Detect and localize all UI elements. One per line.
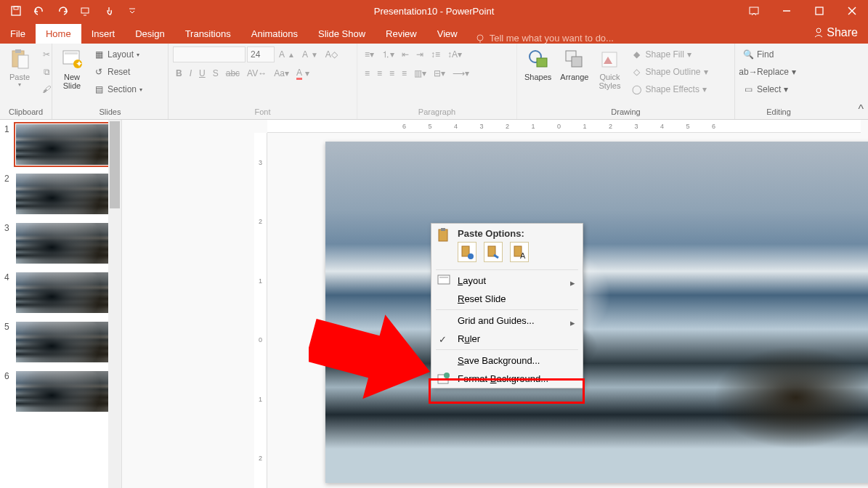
- decrease-indent-button[interactable]: ⇤: [399, 46, 412, 62]
- svg-point-9: [477, 35, 483, 41]
- tab-home[interactable]: Home: [36, 24, 81, 44]
- text-direction-button[interactable]: ↕A▾: [445, 46, 465, 62]
- font-color-button[interactable]: A▾: [293, 65, 312, 81]
- paste-text-only[interactable]: A: [510, 242, 529, 262]
- touch-mode-button[interactable]: [99, 1, 119, 21]
- change-case-button[interactable]: Aa▾: [271, 65, 292, 81]
- strikethrough-button[interactable]: abc: [223, 65, 243, 81]
- paste-keep-source-formatting[interactable]: [484, 242, 503, 262]
- close-button[interactable]: [835, 0, 868, 22]
- shape-outline-button[interactable]: ◇Shape Outline ▾: [628, 64, 710, 80]
- minimize-button[interactable]: [770, 0, 803, 22]
- redo-button[interactable]: [52, 1, 73, 21]
- clear-formatting-button[interactable]: A◇: [323, 46, 341, 62]
- increase-indent-button[interactable]: ⇥: [413, 46, 426, 62]
- svg-rect-27: [462, 246, 469, 256]
- font-name-combo[interactable]: [173, 46, 246, 62]
- svg-rect-16: [65, 52, 78, 54]
- lightbulb-icon: [475, 33, 485, 44]
- quick-styles-button[interactable]: Quick Styles: [594, 46, 625, 107]
- font-size-combo[interactable]: 24: [247, 46, 275, 62]
- ribbon-display-options-button[interactable]: [737, 0, 770, 22]
- new-slide-button[interactable]: ✦ New Slide: [57, 46, 87, 107]
- thumbnail-slide-5[interactable]: 5: [0, 317, 121, 367]
- thumbnails-scrollbar[interactable]: [108, 120, 121, 488]
- slide-thumbnails-panel: 1 2 3 4 5 6: [0, 120, 122, 488]
- thumbnail-slide-1[interactable]: 1: [0, 120, 121, 169]
- paste-use-destination-theme[interactable]: [458, 242, 476, 262]
- new-slide-icon: ✦: [60, 48, 84, 71]
- checkmark-icon: ✓: [439, 334, 447, 345]
- menu-layout[interactable]: Layout ▸: [431, 272, 583, 290]
- tab-file[interactable]: File: [0, 24, 36, 44]
- smartart-button[interactable]: ⟶▾: [450, 65, 472, 81]
- menu-grid-guides[interactable]: Grid and Guides... ▸: [431, 312, 583, 330]
- replace-button[interactable]: ab→Replace ▾: [739, 64, 799, 80]
- align-center-button[interactable]: ≡: [374, 65, 385, 81]
- shape-effects-button[interactable]: ◯Shape Effects ▾: [628, 81, 710, 97]
- italic-button[interactable]: I: [187, 65, 195, 81]
- menu-format-background[interactable]: Format Background...: [431, 370, 583, 388]
- tab-transitions[interactable]: Transitions: [175, 24, 241, 44]
- layout-button[interactable]: ▦Layout ▾: [90, 46, 145, 62]
- clipboard-icon: [8, 48, 31, 71]
- shapes-button[interactable]: Shapes: [522, 46, 554, 107]
- line-spacing-button[interactable]: ↕≡: [428, 46, 443, 62]
- svg-point-28: [468, 253, 474, 259]
- maximize-button[interactable]: [803, 0, 835, 22]
- save-button[interactable]: [6, 1, 26, 21]
- start-from-beginning-button[interactable]: [76, 1, 96, 21]
- paste-button[interactable]: Paste ▾: [4, 46, 35, 107]
- tab-animations[interactable]: Animations: [241, 24, 308, 44]
- align-right-button[interactable]: ≡: [386, 65, 397, 81]
- group-drawing: Shapes Arrange Quick Styles ◆Shape Fill …: [517, 44, 735, 119]
- columns-button[interactable]: ▥▾: [411, 65, 429, 81]
- menu-separator: [436, 349, 578, 350]
- align-text-button[interactable]: ⊟▾: [431, 65, 448, 81]
- bullets-button[interactable]: ≡▾: [362, 46, 377, 62]
- scrollbar-handle[interactable]: [110, 121, 120, 208]
- tab-view[interactable]: View: [427, 24, 468, 44]
- reset-button[interactable]: ↺Reset: [90, 64, 145, 80]
- shadow-button[interactable]: S: [210, 65, 222, 81]
- svg-point-11: [816, 28, 821, 33]
- menu-reset-slide[interactable]: Reset Slide: [431, 290, 583, 308]
- thumbnail-slide-2[interactable]: 2: [0, 169, 121, 219]
- section-button[interactable]: ▤Section ▾: [90, 81, 145, 97]
- person-icon: [814, 28, 824, 38]
- increase-font-button[interactable]: A▲: [276, 46, 298, 62]
- annotation-arrow: [309, 312, 432, 407]
- tab-insert[interactable]: Insert: [81, 24, 126, 44]
- numbering-button[interactable]: ⒈▾: [378, 46, 397, 62]
- share-button[interactable]: Share: [803, 22, 868, 44]
- svg-rect-14: [18, 55, 28, 68]
- shape-fill-button[interactable]: ◆Shape Fill ▾: [628, 46, 710, 62]
- char-spacing-button[interactable]: AV↔: [244, 65, 269, 81]
- tab-review[interactable]: Review: [376, 24, 427, 44]
- thumbnail-slide-3[interactable]: 3: [0, 219, 121, 268]
- justify-button[interactable]: ≡: [399, 65, 410, 81]
- undo-button[interactable]: [29, 1, 49, 21]
- tell-me-search[interactable]: Tell me what you want to do...: [468, 33, 804, 44]
- tab-slideshow[interactable]: Slide Show: [308, 24, 376, 44]
- search-icon: 🔍: [742, 49, 754, 60]
- decrease-font-button[interactable]: A▼: [299, 46, 321, 62]
- qat-customize-button[interactable]: [122, 1, 142, 21]
- select-button[interactable]: ▭Select ▾: [739, 81, 799, 97]
- align-left-button[interactable]: ≡: [362, 65, 373, 81]
- menu-save-background[interactable]: Save Background...: [431, 351, 583, 370]
- format-background-icon: [437, 373, 450, 388]
- menu-ruler[interactable]: ✓ Ruler: [431, 330, 583, 348]
- copy-icon: ⧉: [41, 66, 52, 78]
- bold-button[interactable]: B: [173, 65, 185, 81]
- underline-button[interactable]: U: [196, 65, 208, 81]
- submenu-arrow-icon: ▸: [570, 277, 575, 288]
- thumbnail-slide-6[interactable]: 6: [0, 367, 121, 416]
- arrange-button[interactable]: Arrange: [557, 46, 591, 107]
- find-button[interactable]: 🔍Find: [739, 46, 799, 62]
- svg-text:✦: ✦: [76, 59, 83, 69]
- thumbnail-slide-4[interactable]: 4: [0, 268, 121, 317]
- tab-design[interactable]: Design: [125, 24, 174, 44]
- collapse-ribbon-button[interactable]: ^: [858, 103, 864, 116]
- svg-rect-33: [439, 277, 448, 278]
